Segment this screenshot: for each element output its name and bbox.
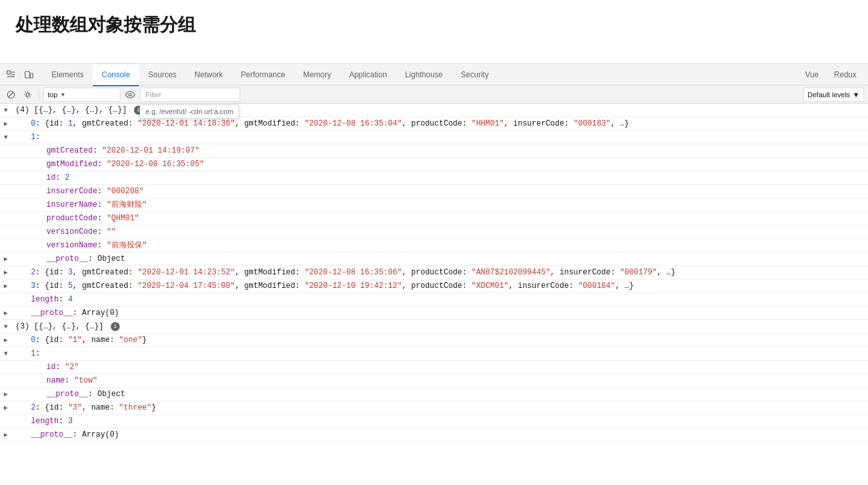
clear-console-icon[interactable] xyxy=(4,88,18,102)
inspect-element-icon[interactable] xyxy=(3,66,19,83)
default-levels-selector[interactable]: Default levels ▼ xyxy=(803,88,864,102)
console-line-19[interactable]: 1: xyxy=(0,347,868,361)
console-line-1[interactable]: (4) [{…}, {…}, {…}, {…}] i xyxy=(0,104,868,117)
console-line-8: insurerName: "前海财险" xyxy=(0,198,868,212)
console-line-10: versionCode: "" xyxy=(0,225,868,239)
expand-arrow-13[interactable] xyxy=(4,268,8,278)
console-line-21: name: "tow" xyxy=(0,374,868,388)
tab-elements[interactable]: Elements xyxy=(42,64,93,86)
top-context-selector[interactable]: top ▼ xyxy=(43,88,120,102)
console-line-22[interactable]: __proto__: Object xyxy=(0,388,868,401)
filter-area: e.g. /event\d/ -cdn url:a.com xyxy=(140,88,240,102)
toolbar-separator xyxy=(39,89,39,100)
console-line-15: length: 4 xyxy=(0,293,868,307)
expand-arrow-12[interactable] xyxy=(4,254,8,264)
tabs-overflow: Vue Redux xyxy=(798,64,868,86)
console-line-11: versionName: "前海投保" xyxy=(0,239,868,252)
tab-icons xyxy=(3,66,37,83)
devtools-panel: Elements Console Sources Network Perform… xyxy=(0,63,868,443)
tab-network[interactable]: Network xyxy=(185,64,232,86)
expand-arrow-19[interactable] xyxy=(4,349,8,359)
tab-redux[interactable]: Redux xyxy=(827,64,863,86)
expand-arrow-2[interactable] xyxy=(4,119,8,129)
console-line-7: insurerCode: "000208" xyxy=(0,185,868,198)
tab-security[interactable]: Security xyxy=(452,64,498,86)
top-selector-arrow: ▼ xyxy=(60,91,66,98)
console-line-24: length: 3 xyxy=(0,415,868,428)
tabs-bar: Elements Console Sources Network Perform… xyxy=(0,64,868,86)
console-line-5: gmtModified: "2020-12-08 16:35:05" xyxy=(0,158,868,171)
filter-tooltip-box: e.g. /event\d/ -cdn url:a.com xyxy=(140,104,239,119)
tab-vue[interactable]: Vue xyxy=(798,64,825,86)
expand-arrow-22[interactable] xyxy=(4,390,8,399)
console-line-3[interactable]: 1: xyxy=(0,131,868,144)
console-line-20: id: "2" xyxy=(0,361,868,374)
filter-input[interactable] xyxy=(140,88,240,102)
tab-console[interactable]: Console xyxy=(93,64,139,86)
eye-icon[interactable] xyxy=(123,88,137,102)
device-toggle-icon[interactable] xyxy=(21,66,37,83)
console-content: (4) [{…}, {…}, {…}, {…}] i 0: {id: 1, gm… xyxy=(0,104,868,443)
tab-sources[interactable]: Sources xyxy=(139,64,185,86)
console-line-14[interactable]: 3: {id: 5, gmtCreated: "2020-12-04 17:45… xyxy=(0,280,868,293)
expand-arrow-17[interactable] xyxy=(4,322,8,332)
page-title-area: 处理数组对象按需分组 xyxy=(0,0,868,63)
toolbar-bar: top ▼ e.g. /event\d/ -cdn url:a.com Defa… xyxy=(0,86,868,104)
console-line-6: id: 2 xyxy=(0,171,868,185)
tab-application[interactable]: Application xyxy=(340,64,396,86)
expand-arrow-23[interactable] xyxy=(4,403,8,413)
console-line-18[interactable]: 0: {id: "1", name: "one"} xyxy=(0,334,868,347)
svg-rect-0 xyxy=(7,71,10,74)
levels-arrow: ▼ xyxy=(853,91,860,99)
svg-rect-4 xyxy=(25,71,30,78)
svg-point-9 xyxy=(129,93,131,96)
console-line-16[interactable]: __proto__: Array(0) xyxy=(0,307,868,320)
console-line-12[interactable]: __proto__: Object xyxy=(0,252,868,266)
expand-arrow-1[interactable] xyxy=(4,106,8,115)
expand-arrow-3[interactable] xyxy=(4,133,8,142)
console-line-25[interactable]: __proto__: Array(0) xyxy=(0,428,868,442)
console-line-9: productCode: "QHM01" xyxy=(0,212,868,225)
console-line-23[interactable]: 2: {id: "3", name: "three"} xyxy=(0,401,868,415)
console-line-4: gmtCreated: "2020-12-01 14:19:07" xyxy=(0,144,868,158)
console-line-2[interactable]: 0: {id: 1, gmtCreated: "2020-12-01 14:18… xyxy=(0,117,868,131)
console-line-13[interactable]: 2: {id: 3, gmtCreated: "2020-12-01 14:23… xyxy=(0,266,868,280)
svg-line-7 xyxy=(9,92,14,97)
expand-arrow-16[interactable] xyxy=(4,309,8,318)
tab-performance[interactable]: Performance xyxy=(232,64,294,86)
console-line-17[interactable]: (3) [{…}, {…}, {…}] i xyxy=(0,320,868,334)
settings-icon[interactable] xyxy=(21,88,35,102)
svg-rect-5 xyxy=(30,73,33,78)
expand-arrow-25[interactable] xyxy=(4,430,8,440)
expand-arrow-18[interactable] xyxy=(4,336,8,345)
console-footer: https://blog.csdn.net/JxuliaCarol xyxy=(0,442,868,443)
tab-memory[interactable]: Memory xyxy=(294,64,340,86)
page-title: 处理数组对象按需分组 xyxy=(15,13,853,37)
tab-lighthouse[interactable]: Lighthouse xyxy=(396,64,452,86)
info-icon-17[interactable]: i xyxy=(111,322,120,331)
expand-arrow-14[interactable] xyxy=(4,281,8,291)
